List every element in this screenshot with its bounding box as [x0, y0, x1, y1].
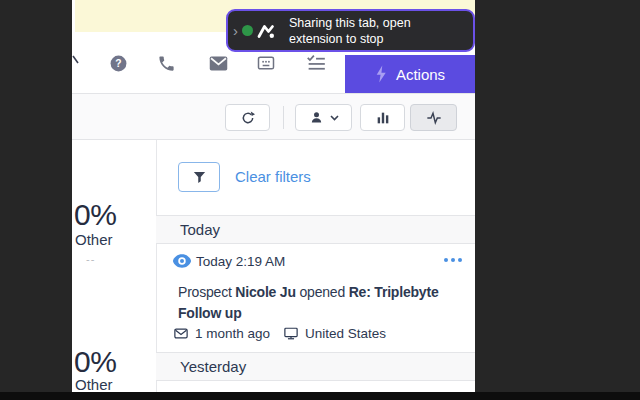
activity-pulse-icon — [425, 110, 443, 126]
activity-message: Prospect Nicole Ju opened Re: Triplebyte… — [178, 282, 474, 324]
screen: ? — [0, 0, 640, 400]
monitor-icon — [284, 327, 298, 340]
bar-chart-button[interactable] — [360, 104, 405, 131]
bar-chart-icon — [375, 110, 391, 126]
location-text: United States — [305, 326, 386, 341]
activity-age: 1 month ago — [174, 326, 270, 341]
stat-sub-value: -- — [86, 253, 95, 265]
tab-sharing-notification: › Sharing this tab, open extension to st… — [226, 9, 475, 52]
clear-filters-link[interactable]: Clear filters — [235, 168, 311, 185]
svg-text:?: ? — [115, 58, 121, 69]
person-icon — [309, 110, 324, 125]
phone-icon[interactable] — [153, 50, 179, 76]
person-filter-button[interactable] — [295, 104, 352, 131]
extension-logo-icon — [257, 22, 279, 40]
controls-row — [72, 93, 475, 140]
section-header-today: Today — [156, 215, 475, 244]
chevron-down-icon — [330, 115, 339, 121]
envelope-icon — [174, 328, 188, 339]
eye-opened-icon — [172, 253, 192, 269]
tasks-icon[interactable] — [303, 50, 329, 76]
refresh-icon — [240, 110, 256, 126]
activity-verb: opened — [296, 284, 349, 300]
refresh-button[interactable] — [225, 104, 270, 131]
activity-prefix: Prospect — [178, 284, 235, 300]
prospect-name: Nicole Ju — [235, 284, 295, 300]
recording-status-dot — [242, 25, 253, 36]
actions-label: Actions — [396, 66, 445, 83]
mail-icon[interactable] — [205, 50, 231, 76]
activity-location: United States — [284, 326, 386, 341]
controls-divider — [283, 106, 284, 129]
stat-label: Other — [75, 376, 113, 393]
activity-pulse-button[interactable] — [410, 104, 457, 131]
stat-value: 0% — [74, 345, 116, 379]
lightning-icon — [375, 65, 387, 83]
filter-funnel-icon — [192, 170, 207, 185]
dialpad-icon[interactable] — [253, 50, 279, 76]
section-label: Yesterday — [180, 358, 246, 375]
age-text: 1 month ago — [195, 326, 270, 341]
app-window: ? — [72, 0, 475, 392]
notification-message: Sharing this tab, open extension to stop — [289, 15, 411, 47]
filter-button[interactable] — [178, 162, 220, 192]
section-label: Today — [180, 221, 220, 238]
overflow-menu-icon[interactable] — [444, 258, 462, 262]
bottom-edge-strip — [0, 392, 640, 400]
help-icon[interactable]: ? — [105, 50, 131, 76]
actions-button[interactable]: Actions — [345, 55, 475, 93]
expand-chevron-icon[interactable]: › — [233, 23, 238, 38]
section-header-yesterday: Yesterday — [156, 352, 475, 381]
stat-label: Other — [75, 231, 113, 248]
stat-value: 0% — [74, 198, 116, 232]
activity-timestamp: Today 2:19 AM — [196, 254, 285, 269]
cursor-artifact — [72, 54, 80, 66]
